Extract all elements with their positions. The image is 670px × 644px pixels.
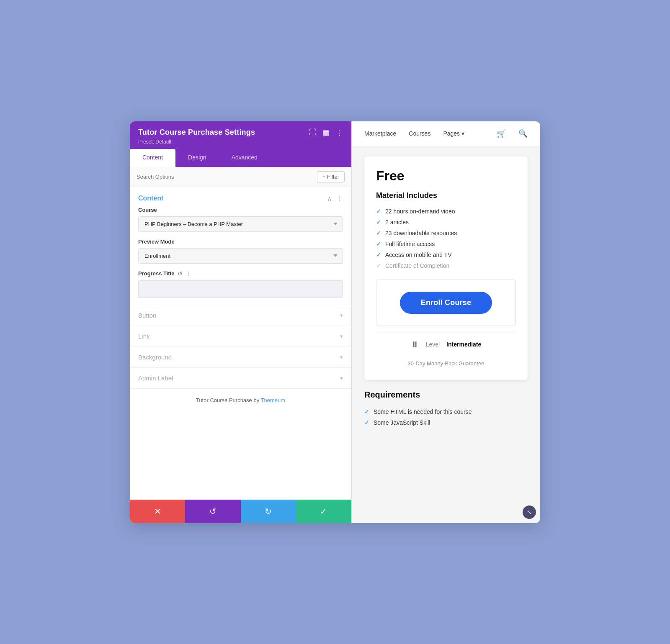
check-icon: ✓ [376, 219, 381, 226]
search-input[interactable] [137, 174, 317, 180]
more-icon[interactable]: ⋮ [335, 128, 343, 137]
preview-mode-field-group: Preview Mode Enrollment [130, 239, 351, 270]
level-label: Level [426, 341, 440, 348]
filter-button[interactable]: + Filter [317, 171, 345, 182]
tab-bar: Content Design Advanced [130, 149, 351, 167]
tab-design[interactable]: Design [175, 149, 219, 167]
right-panel: Marketplace Courses Pages ▾ 🛒 🔍 Free Mat… [352, 121, 540, 523]
level-row: ⏸ Level Intermediate [376, 333, 516, 356]
material-title: Material Includes [376, 191, 516, 200]
save-icon: ✓ [320, 506, 327, 516]
requirements-list: ✓ Some HTML is needed for this course ✓ … [364, 406, 528, 428]
options-icon[interactable]: ⋮ [336, 195, 343, 203]
redo-icon: ↻ [265, 506, 272, 516]
level-icon: ⏸ [411, 340, 419, 349]
admin-label-section-label: Admin Label [138, 375, 173, 382]
top-nav: Marketplace Courses Pages ▾ 🛒 🔍 [352, 121, 540, 146]
left-panel: Tutor Course Purchase Settings ⛶ ▦ ⋮ Pre… [130, 121, 352, 523]
requirements-section: Requirements ✓ Some HTML is needed for t… [352, 390, 540, 441]
progress-title-row: Progress Title ↺ ⋮ [138, 270, 343, 277]
enroll-box: Enroll Course [376, 280, 516, 326]
nav-pages[interactable]: Pages ▾ [443, 130, 464, 137]
course-label: Course [138, 207, 343, 213]
redo-button[interactable]: ↻ [241, 500, 296, 523]
link-section[interactable]: Link ▾ [130, 326, 351, 346]
list-item: ✓ Some HTML is needed for this course [364, 406, 528, 417]
progress-title-input[interactable] [138, 280, 343, 298]
course-card: Free Material Includes ✓ 22 hours on-dem… [364, 157, 528, 380]
header-icons: ⛶ ▦ ⋮ [309, 128, 343, 137]
link-chevron-icon: ▾ [340, 333, 343, 339]
content-section-title: Content [138, 195, 163, 202]
drag-handle-icon: ⤡ [527, 509, 532, 516]
undo-icon: ↺ [209, 506, 216, 516]
cart-icon[interactable]: 🛒 [497, 129, 506, 138]
preset-label[interactable]: Preset: Default [138, 139, 343, 145]
list-item: ✓ Full lifetime access [376, 239, 516, 249]
background-section[interactable]: Background ▾ [130, 346, 351, 367]
background-chevron-icon: ▾ [340, 354, 343, 360]
progress-title-field-group: Progress Title ↺ ⋮ [130, 270, 351, 305]
action-bar: ✕ ↺ ↻ ✓ [130, 500, 351, 523]
drag-handle[interactable]: ⤡ [523, 505, 536, 519]
columns-icon[interactable]: ▦ [322, 128, 330, 137]
check-icon: ✓ [376, 208, 381, 215]
button-section[interactable]: Button ▾ [130, 305, 351, 326]
cancel-button[interactable]: ✕ [130, 500, 185, 523]
level-value: Intermediate [446, 341, 481, 348]
link-section-label: Link [138, 333, 150, 340]
panel-title: Tutor Course Purchase Settings [138, 128, 255, 137]
list-item: ✓ Access on mobile and TV [376, 249, 516, 260]
list-item: ✓ Some JavaScript Skill [364, 417, 528, 428]
tab-content[interactable]: Content [130, 149, 175, 167]
check-icon: ✓ [364, 408, 369, 415]
course-field-group: Course PHP Beginners – Become a PHP Mast… [130, 207, 351, 239]
check-icon: ✓ [376, 251, 381, 258]
button-section-label: Button [138, 312, 156, 319]
panel-header: Tutor Course Purchase Settings ⛶ ▦ ⋮ Pre… [130, 121, 351, 149]
admin-label-chevron-icon: ▾ [340, 375, 343, 381]
list-item: ✓ Certificate of Completion [376, 260, 516, 271]
footer-credit: Tutor Course Purchase by Themeum [130, 388, 351, 412]
undo-button[interactable]: ↺ [185, 500, 240, 523]
reset-icon[interactable]: ↺ [178, 270, 183, 277]
tab-advanced[interactable]: Advanced [219, 149, 270, 167]
list-item: ✓ 2 articles [376, 217, 516, 228]
feature-list: ✓ 22 hours on-demand video ✓ 2 articles … [376, 206, 516, 271]
price-label: Free [376, 168, 516, 184]
nav-marketplace[interactable]: Marketplace [364, 130, 396, 137]
collapse-icon[interactable]: ∧ [327, 195, 332, 203]
admin-label-section[interactable]: Admin Label ▾ [130, 367, 351, 388]
button-chevron-icon: ▾ [340, 312, 343, 318]
money-back-label: 30-Day Money-Back Guarantee [376, 356, 516, 368]
list-item: ✓ 23 downloadable resources [376, 228, 516, 239]
enroll-button[interactable]: Enroll Course [400, 292, 492, 314]
requirements-title: Requirements [364, 390, 528, 400]
search-nav-icon[interactable]: 🔍 [518, 129, 528, 138]
background-section-label: Background [138, 354, 172, 361]
themeum-link[interactable]: Themeum [261, 397, 286, 403]
preview-mode-select[interactable]: Enrollment [138, 248, 343, 264]
check-icon: ✓ [376, 241, 381, 247]
preview-mode-label: Preview Mode [138, 239, 343, 245]
nav-courses[interactable]: Courses [409, 130, 430, 137]
fullscreen-icon[interactable]: ⛶ [309, 128, 317, 137]
content-section-header: Content ∧ ⋮ [130, 187, 351, 207]
options-dots-icon[interactable]: ⋮ [186, 270, 192, 277]
panel-body: Content ∧ ⋮ Course PHP Beginners – Becom… [130, 187, 351, 500]
course-select[interactable]: PHP Beginners – Become a PHP Master [138, 216, 343, 232]
check-icon: ✓ [364, 419, 369, 426]
list-item: ✓ 22 hours on-demand video [376, 206, 516, 217]
search-bar: + Filter [130, 167, 351, 187]
save-button[interactable]: ✓ [296, 500, 351, 523]
check-icon: ✓ [376, 230, 381, 236]
section-icons: ∧ ⋮ [327, 195, 343, 203]
progress-title-label: Progress Title [138, 270, 174, 277]
cancel-icon: ✕ [154, 506, 161, 516]
check-icon: ✓ [376, 262, 381, 269]
